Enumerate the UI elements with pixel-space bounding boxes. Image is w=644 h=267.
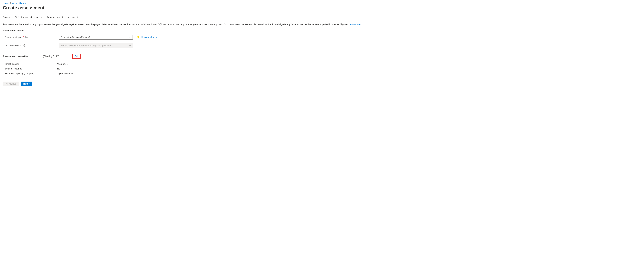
target-location-value: West US 2 <box>57 63 68 65</box>
showing-count: (Showing 3 of 7) <box>43 55 72 57</box>
assessment-type-row: Assessment type * i Azure App Service (P… <box>0 33 644 41</box>
chevron-right-icon <box>10 2 11 4</box>
chevron-down-icon <box>129 36 131 38</box>
reserved-capacity-label: Reserved capacity (compute) <box>4 72 57 75</box>
info-icon[interactable]: i <box>25 36 28 38</box>
edit-properties-link[interactable]: Edit <box>72 54 81 59</box>
discovery-source-value: Servers discovered from Azure Migrate ap… <box>61 44 111 47</box>
help-me-choose-link[interactable]: Help me choose <box>141 36 158 38</box>
required-asterisk: * <box>23 36 24 38</box>
property-row: Isolation required No <box>0 66 644 71</box>
next-button[interactable]: Next > <box>21 82 32 86</box>
assessment-details-header: Assessment details <box>0 27 644 33</box>
isolation-required-label: Isolation required <box>4 67 57 70</box>
assessment-type-label: Assessment type <box>4 36 22 38</box>
discovery-source-label: Discovery source <box>4 44 22 47</box>
chevron-right-icon <box>28 2 29 4</box>
discovery-source-row: Discovery source i Servers discovered fr… <box>0 41 644 50</box>
lightbulb-icon: 💡 <box>136 36 140 39</box>
assessment-type-select[interactable]: Azure App Service (Preview) <box>59 35 133 40</box>
learn-more-link[interactable]: Learn more. <box>349 23 361 26</box>
target-location-label: Target location <box>4 63 57 65</box>
property-row: Reserved capacity (compute) 3 years rese… <box>0 71 644 76</box>
intro-paragraph: An assessment is created on a group of s… <box>0 20 644 27</box>
assessment-type-value: Azure App Service (Preview) <box>61 36 90 38</box>
tabs: Basics Select servers to assess Review +… <box>0 16 644 20</box>
reserved-capacity-value: 3 years reserved <box>57 72 74 75</box>
page-title: Create assessment <box>3 5 44 10</box>
intro-text: An assessment is created on a group of s… <box>3 23 349 26</box>
discovery-source-select: Servers discovered from Azure Migrate ap… <box>59 43 133 48</box>
breadcrumb: Home Azure Migrate <box>0 0 644 5</box>
more-actions-icon[interactable]: … <box>48 5 51 10</box>
previous-button[interactable]: < Previous <box>3 82 19 86</box>
tab-review-create[interactable]: Review + create assessment <box>46 16 78 20</box>
tab-basics[interactable]: Basics <box>3 16 10 20</box>
breadcrumb-home[interactable]: Home <box>3 2 9 4</box>
tab-select-servers[interactable]: Select servers to assess <box>15 16 42 20</box>
info-icon[interactable]: i <box>24 44 26 47</box>
assessment-properties-header: Assessment properties <box>3 55 43 57</box>
breadcrumb-azure-migrate[interactable]: Azure Migrate <box>12 2 26 4</box>
footer: < Previous Next > <box>0 78 644 89</box>
isolation-required-value: No <box>57 67 60 70</box>
property-row: Target location West US 2 <box>0 60 644 66</box>
chevron-down-icon <box>129 44 131 47</box>
